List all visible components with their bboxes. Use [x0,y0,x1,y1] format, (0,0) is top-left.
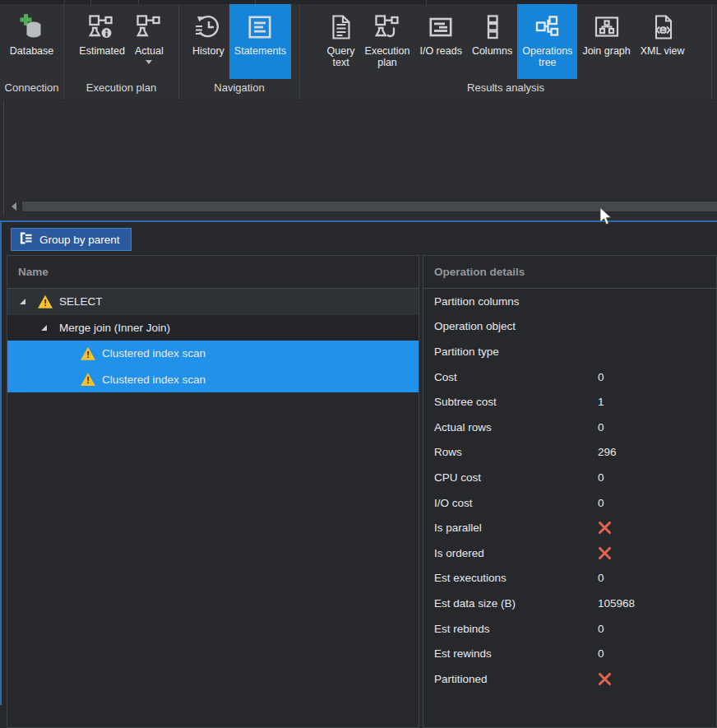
detail-row-actual-rows: Actual rows0 [423,415,716,440]
estimated-button[interactable]: Estimated [74,4,130,79]
tree-row-select[interactable]: SELECT [7,289,419,315]
scrollbar-track[interactable] [21,201,717,212]
ribbon-group-navigation: HistoryStatementsNavigation [179,4,300,100]
operations-tree-pane: Name SELECTMerge join (Inner Join)Cluste… [7,255,419,728]
detail-row-est-rewinds: Est rewinds0 [423,641,716,666]
detail-value: 0 [598,572,604,584]
columns-icon [481,11,504,44]
ribbon-group-label: Connection [0,79,63,100]
estimated-plan-icon [88,11,116,44]
ribbon-group-results-analysis: Query textExecution planI/O readsColumns… [300,4,712,100]
cross-icon [598,546,612,560]
detail-value: 0 [598,471,604,484]
columns-button[interactable]: Columns [467,4,517,79]
detail-value: 105968 [598,597,635,610]
tree-row-label: Clustered index scan [102,347,206,359]
ribbon-button-label: Actual [135,45,164,57]
ribbon-button-label: Operations tree [522,45,572,68]
operations-tree-icon [534,11,561,44]
detail-label: Rows [434,446,598,458]
execution-plan-button[interactable]: Execution plan [360,4,415,79]
expander-icon[interactable] [20,299,25,304]
detail-row-partitioned: Partitioned [423,666,716,692]
ribbon-button-label: XML view [641,45,685,57]
warning-icon [38,295,53,308]
name-column-header[interactable]: Name [7,256,419,289]
ribbon-group-label: Results analysis [300,79,711,100]
scroll-left-button[interactable] [7,201,21,212]
ribbon-group-connection: DatabaseConnection [0,4,64,100]
operations-tree-panel: Group by parent Name SELECTMerge join (I… [0,220,717,728]
xml-view-icon [650,11,675,44]
tree-row-label: SELECT [59,295,103,308]
i-o-reads-button[interactable]: I/O reads [414,4,466,79]
detail-value: 0 [598,647,604,660]
ribbon-group-buttons: Query textExecution planI/O readsColumns… [300,4,711,79]
ribbon-tab-strip [0,0,717,4]
cross-icon [598,521,612,535]
detail-row-est-rebinds: Est rebinds0 [423,616,716,642]
ribbon-button-label: Estimated [79,45,125,57]
execution-plan-icon [374,11,400,44]
detail-row-cpu-cost: CPU cost0 [423,465,716,490]
tree-row-clustered-index-scan[interactable]: Clustered index scan [7,341,419,367]
group-by-parent-button[interactable]: Group by parent [11,228,132,251]
actual-plan-icon [136,11,162,44]
detail-label: Actual rows [434,421,598,434]
io-reads-icon [428,11,453,44]
detail-row-partition-type: Partition type [423,339,716,364]
detail-value: 296 [598,446,617,458]
ribbon-group-buttons: EstimatedActual [64,4,178,79]
ribbon-button-label: Query text [327,45,355,68]
detail-label: Partition columns [434,295,598,308]
detail-value: 0 [598,421,604,434]
detail-row-rows: Rows296 [423,440,716,466]
database-icon [18,11,44,44]
tab-separator [90,0,91,4]
statements-button[interactable]: Statements [229,4,291,79]
horizontal-scrollbar[interactable] [7,201,717,212]
operations-tree-button[interactable]: Operations tree [517,4,577,79]
expander-icon[interactable] [41,325,47,331]
detail-label: Partitioned [434,673,598,685]
detail-row-is-ordered: Is ordered [423,540,716,566]
query-text-icon [329,11,354,44]
tree-row-label: Clustered index scan [102,373,206,386]
actual-button[interactable]: Actual [130,4,169,79]
ribbon-group-buttons: Database [0,4,63,79]
ribbon-button-label: Columns [472,45,512,57]
panel-focus-border [0,222,2,705]
join-graph-icon [594,11,620,44]
history-button[interactable]: History [187,4,229,79]
query-text-button[interactable]: Query text [322,4,360,79]
detail-label: Partition type [434,345,598,358]
detail-label: Est rewinds [434,647,598,660]
warning-icon [81,373,95,386]
tree-row-clustered-index-scan[interactable]: Clustered index scan [7,367,419,393]
tree-row-merge-join-inner-join[interactable]: Merge join (Inner Join) [7,315,419,341]
detail-rows: Partition columnsOperation objectPartiti… [423,289,716,692]
ribbon-group-buttons: HistoryStatements [179,4,299,79]
scrollbar-thumb[interactable] [22,202,717,211]
database-button[interactable]: Database [5,4,59,79]
tab-separator [64,0,65,4]
ribbon-group-label: Execution plan [64,79,178,100]
xml-view-button[interactable]: XML view [636,4,690,79]
ribbon-group-execution-plan: EstimatedActualExecution plan [64,4,179,100]
tab-separator [426,0,427,4]
detail-row-est-data-size-b: Est data size (B)105968 [423,591,716,616]
cross-icon [598,672,612,686]
panes: Name SELECTMerge join (Inner Join)Cluste… [7,255,717,728]
detail-label: I/O cost [434,497,598,509]
detail-label: Est rebinds [434,623,598,635]
detail-label: Is parallel [434,522,598,534]
detail-label: Est executions [434,572,598,584]
group-by-parent-label: Group by parent [39,234,120,246]
join-graph-button[interactable]: Join graph [577,4,635,79]
detail-value: 0 [598,371,604,383]
warning-icon [81,347,95,360]
detail-label: Is ordered [434,547,598,559]
detail-label: Cost [434,371,598,383]
tab-separator [255,0,256,4]
dropdown-caret-icon[interactable] [146,60,152,64]
